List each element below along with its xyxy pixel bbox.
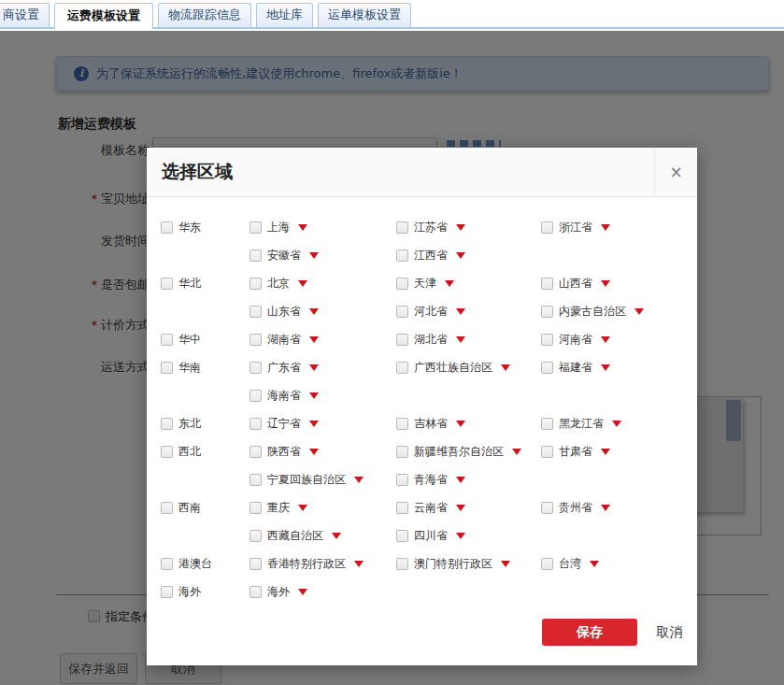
expand-cities-triangle-icon[interactable]	[309, 392, 319, 399]
province-label[interactable]: 天津	[414, 276, 436, 292]
province-checkbox[interactable]	[396, 418, 408, 430]
province-label[interactable]: 西藏自治区	[267, 528, 323, 544]
province-checkbox[interactable]	[249, 390, 262, 402]
modal-save-button[interactable]: 保存	[542, 619, 637, 646]
province-checkbox[interactable]	[396, 334, 408, 346]
tab-address-library[interactable]: 地址库	[256, 3, 313, 27]
expand-cities-triangle-icon[interactable]	[332, 533, 341, 539]
province-label[interactable]: 四川省	[414, 528, 448, 544]
region-label[interactable]: 华东	[178, 220, 201, 235]
province-checkbox[interactable]	[249, 558, 262, 570]
expand-cities-triangle-icon[interactable]	[601, 224, 610, 231]
province-checkbox[interactable]	[541, 278, 553, 290]
province-label[interactable]: 广东省	[267, 360, 301, 376]
expand-cities-triangle-icon[interactable]	[298, 505, 307, 511]
expand-cities-triangle-icon[interactable]	[501, 561, 510, 567]
region-checkbox[interactable]	[161, 362, 173, 374]
region-checkbox[interactable]	[161, 502, 173, 514]
province-label[interactable]: 北京	[267, 276, 290, 292]
expand-cities-triangle-icon[interactable]	[456, 336, 465, 343]
province-checkbox[interactable]	[541, 221, 553, 234]
province-label[interactable]: 青海省	[414, 472, 448, 488]
region-checkbox[interactable]	[161, 278, 173, 290]
tab-shipping-template-settings[interactable]: 运费模板设置	[54, 3, 153, 29]
expand-cities-triangle-icon[interactable]	[601, 280, 610, 287]
region-label[interactable]: 海外	[178, 584, 201, 600]
region-label[interactable]: 华中	[178, 332, 201, 348]
province-checkbox[interactable]	[541, 334, 553, 346]
region-checkbox[interactable]	[161, 586, 173, 598]
province-checkbox[interactable]	[541, 558, 553, 570]
expand-cities-triangle-icon[interactable]	[354, 477, 363, 483]
province-label[interactable]: 江苏省	[414, 220, 448, 235]
province-checkbox[interactable]	[396, 221, 408, 234]
province-label[interactable]: 浙江省	[559, 220, 592, 235]
province-label[interactable]: 河北省	[414, 304, 448, 320]
province-label[interactable]: 河南省	[559, 332, 592, 348]
province-checkbox[interactable]	[249, 418, 262, 430]
expand-cities-triangle-icon[interactable]	[309, 252, 319, 259]
region-label[interactable]: 西南	[178, 500, 201, 516]
province-label[interactable]: 福建省	[559, 360, 592, 376]
province-checkbox[interactable]	[249, 502, 262, 514]
province-checkbox[interactable]	[541, 446, 553, 458]
province-checkbox[interactable]	[396, 558, 408, 570]
expand-cities-triangle-icon[interactable]	[309, 308, 319, 315]
province-label[interactable]: 甘肃省	[559, 444, 592, 460]
expand-cities-triangle-icon[interactable]	[456, 477, 465, 483]
province-checkbox[interactable]	[396, 250, 408, 262]
province-checkbox[interactable]	[396, 530, 408, 542]
province-label[interactable]: 陕西省	[267, 444, 301, 460]
province-label[interactable]: 贵州省	[559, 500, 592, 516]
province-label[interactable]: 海南省	[267, 388, 301, 404]
province-label[interactable]: 湖南省	[267, 332, 301, 348]
expand-cities-triangle-icon[interactable]	[612, 421, 621, 427]
expand-cities-triangle-icon[interactable]	[601, 505, 610, 511]
expand-cities-triangle-icon[interactable]	[456, 421, 465, 427]
province-checkbox[interactable]	[249, 362, 262, 374]
province-checkbox[interactable]	[249, 221, 262, 234]
expand-cities-triangle-icon[interactable]	[456, 224, 465, 231]
expand-cities-triangle-icon[interactable]	[456, 533, 465, 539]
region-label[interactable]: 西北	[178, 444, 201, 460]
expand-cities-triangle-icon[interactable]	[601, 336, 610, 343]
expand-cities-triangle-icon[interactable]	[298, 224, 307, 231]
expand-cities-triangle-icon[interactable]	[298, 589, 307, 595]
province-checkbox[interactable]	[249, 334, 262, 346]
close-icon[interactable]: ×	[654, 148, 697, 196]
province-checkbox[interactable]	[249, 278, 262, 290]
expand-cities-triangle-icon[interactable]	[309, 421, 319, 427]
province-label[interactable]: 新疆维吾尔自治区	[414, 444, 504, 460]
province-label[interactable]: 上海	[267, 220, 290, 235]
province-checkbox[interactable]	[541, 418, 553, 430]
province-checkbox[interactable]	[249, 586, 262, 598]
expand-cities-triangle-icon[interactable]	[309, 364, 319, 371]
province-label[interactable]: 澳门特别行政区	[414, 556, 492, 572]
province-checkbox[interactable]	[396, 278, 408, 290]
province-label[interactable]: 海外	[267, 584, 290, 600]
province-checkbox[interactable]	[396, 502, 408, 514]
province-label[interactable]: 香港特别行政区	[267, 556, 346, 572]
region-label[interactable]: 港澳台	[178, 556, 212, 572]
province-checkbox[interactable]	[249, 530, 262, 542]
province-checkbox[interactable]	[249, 306, 262, 318]
province-checkbox[interactable]	[249, 474, 262, 486]
region-checkbox[interactable]	[161, 221, 173, 234]
tab-waybill-template-settings[interactable]: 运单模板设置	[318, 3, 411, 27]
expand-cities-triangle-icon[interactable]	[501, 364, 510, 371]
province-checkbox[interactable]	[396, 446, 408, 458]
province-label[interactable]: 重庆	[267, 500, 290, 516]
region-label[interactable]: 华北	[178, 276, 201, 292]
tab-provider-settings[interactable]: 商设置	[0, 3, 50, 27]
expand-cities-triangle-icon[interactable]	[456, 252, 465, 259]
province-label[interactable]: 云南省	[414, 500, 448, 516]
expand-cities-triangle-icon[interactable]	[590, 561, 599, 567]
province-checkbox[interactable]	[396, 474, 408, 486]
region-label[interactable]: 华南	[178, 360, 201, 376]
expand-cities-triangle-icon[interactable]	[298, 280, 307, 287]
province-label[interactable]: 内蒙古自治区	[559, 304, 626, 320]
tab-logistics-tracking-info[interactable]: 物流跟踪信息	[158, 3, 251, 27]
province-label[interactable]: 湖北省	[414, 332, 448, 348]
province-checkbox[interactable]	[396, 362, 408, 374]
expand-cities-triangle-icon[interactable]	[601, 364, 610, 371]
